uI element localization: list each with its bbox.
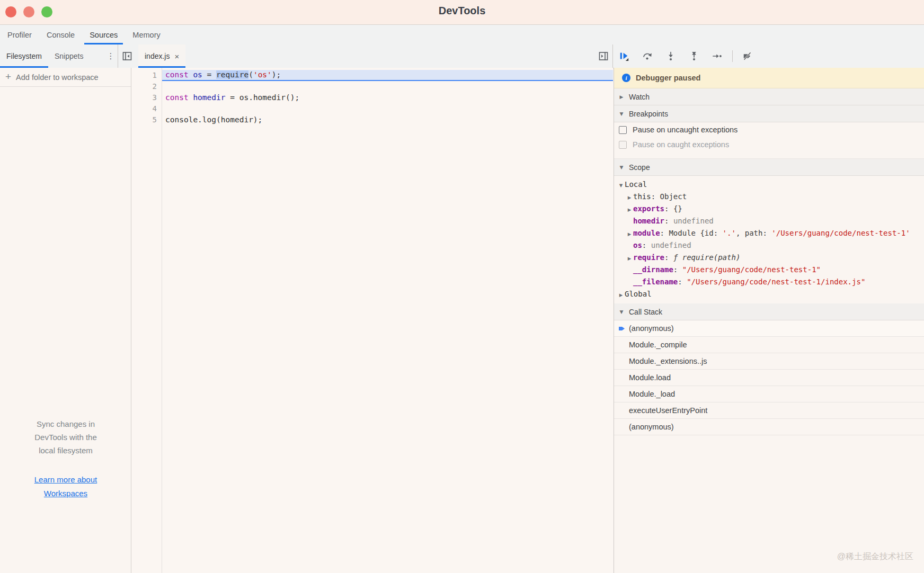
checkbox-label: Pause on uncaught exceptions bbox=[633, 126, 738, 134]
line-number[interactable]: 3 bbox=[131, 92, 162, 103]
checkbox[interactable] bbox=[619, 141, 627, 149]
scope-value: undefined bbox=[673, 217, 714, 225]
checkbox-label: Pause on caught exceptions bbox=[633, 140, 729, 149]
code-token: os bbox=[193, 70, 202, 79]
call-stack-frame[interactable]: (anonymous) bbox=[614, 419, 924, 435]
scope-row[interactable]: os: undefined bbox=[614, 239, 924, 252]
breakpoints-section-header[interactable]: ▼ Breakpoints bbox=[614, 105, 924, 122]
scope-row[interactable]: ▶exports: {} bbox=[614, 203, 924, 215]
step-out-icon[interactable] bbox=[689, 51, 699, 61]
scope-row[interactable]: ▼Local bbox=[614, 178, 924, 191]
call-stack-frame[interactable]: Module.load bbox=[614, 370, 924, 386]
line-number[interactable]: 1 bbox=[131, 70, 162, 81]
scope-value: "/Users/guang/code/nest-test-1/index.js" bbox=[687, 277, 865, 286]
code-line[interactable] bbox=[162, 81, 613, 92]
code-line[interactable]: const homedir = os.homedir(); bbox=[162, 92, 613, 103]
scope-var-name: module bbox=[633, 229, 660, 237]
chevron-right-icon[interactable]: ▶ bbox=[626, 204, 633, 215]
scope-separator: : bbox=[664, 253, 673, 262]
scope-value: {} bbox=[673, 204, 682, 213]
scope-value: '/Users/guang/code/nest-test-1' bbox=[771, 229, 910, 237]
chevron-right-icon[interactable]: ▶ bbox=[626, 228, 633, 239]
watch-section-label: Watch bbox=[629, 93, 650, 101]
scope-value: undefined bbox=[651, 241, 691, 249]
call-stack-section-header[interactable]: ▼ Call Stack bbox=[614, 303, 924, 320]
call-stack-list: (anonymous)Module._compileModule._extens… bbox=[614, 320, 924, 435]
scope-section-label: Scope bbox=[629, 163, 650, 172]
sync-text-line: Sync changes in bbox=[0, 417, 131, 431]
step-into-icon[interactable] bbox=[665, 51, 676, 61]
code-editor[interactable]: 12345 const os = require('os');const hom… bbox=[131, 68, 613, 573]
workspaces-link-line[interactable]: Learn more about bbox=[34, 475, 97, 484]
scope-value: ƒ bbox=[673, 253, 682, 262]
scope-row[interactable]: homedir: undefined bbox=[614, 215, 924, 227]
code-token: const bbox=[165, 70, 189, 79]
scope-value: "/Users/guang/code/nest-test-1" bbox=[682, 265, 821, 274]
workspaces-link-line[interactable]: Workspaces bbox=[44, 489, 87, 498]
tab-console[interactable]: Console bbox=[39, 25, 82, 44]
filesystem-sidebar: + Add folder to workspace Sync changes i… bbox=[0, 68, 131, 573]
kebab-menu-icon[interactable]: ⋮ bbox=[104, 44, 118, 68]
chevron-right-icon[interactable]: ▶ bbox=[617, 289, 625, 300]
call-stack-frame[interactable]: Module._compile bbox=[614, 337, 924, 353]
editor-tab-label: index.js bbox=[145, 52, 170, 60]
toolbar-separator bbox=[732, 50, 733, 62]
code-line[interactable]: console.log(homedir); bbox=[162, 114, 613, 126]
scope-section-header[interactable]: ▼ Scope bbox=[614, 159, 924, 176]
execution-line[interactable]: const os = require('os'); bbox=[162, 70, 613, 81]
line-number-gutter[interactable]: 12345 bbox=[131, 68, 162, 573]
scope-value: require(path) bbox=[682, 253, 741, 262]
line-number[interactable]: 5 bbox=[131, 114, 162, 126]
editor-tab-indexjs[interactable]: index.js × bbox=[138, 44, 185, 68]
call-stack-frame[interactable]: Module._load bbox=[614, 386, 924, 402]
scope-var-name: this bbox=[633, 192, 651, 201]
code-area[interactable]: const os = require('os');const homedir =… bbox=[162, 68, 613, 573]
step-icon[interactable] bbox=[712, 51, 723, 61]
scope-row[interactable]: __dirname: "/Users/guang/code/nest-test-… bbox=[614, 264, 924, 276]
call-stack-frame[interactable]: (anonymous) bbox=[614, 320, 924, 337]
tab-profiler[interactable]: Profiler bbox=[0, 25, 39, 44]
watermark-text: @稀土掘金技术社区 bbox=[837, 551, 913, 562]
chevron-right-icon[interactable]: ▶ bbox=[626, 253, 633, 264]
watch-section-header[interactable]: ▶ Watch bbox=[614, 88, 924, 105]
chevron-down-icon: ▼ bbox=[618, 111, 625, 117]
scope-value: '.' bbox=[723, 229, 736, 237]
scope-row[interactable]: ▶Global bbox=[614, 288, 924, 300]
sidebar-tab-filesystem[interactable]: Filesystem bbox=[0, 44, 48, 68]
show-debugger-sidebar-icon[interactable] bbox=[599, 51, 608, 61]
code-token: = bbox=[202, 70, 216, 79]
hide-navigator-icon[interactable] bbox=[122, 51, 132, 61]
frame-label: (anonymous) bbox=[629, 423, 674, 431]
sync-changes-text: Sync changes inDevTools with thelocal fi… bbox=[0, 417, 131, 457]
sync-text-line: local filesystem bbox=[0, 444, 131, 457]
add-folder-button[interactable]: + Add folder to workspace bbox=[0, 68, 131, 87]
line-number[interactable]: 2 bbox=[131, 81, 162, 92]
chevron-down-icon: ▼ bbox=[618, 165, 625, 170]
scope-row[interactable]: ▶this: Object bbox=[614, 191, 924, 203]
resume-script-icon[interactable] bbox=[619, 51, 629, 61]
scope-row[interactable]: ▶module: Module {id: '.', path: '/Users/… bbox=[614, 227, 924, 239]
tab-sources[interactable]: Sources bbox=[82, 25, 125, 44]
step-over-icon[interactable] bbox=[642, 51, 653, 61]
plus-icon: + bbox=[5, 71, 11, 82]
scope-value: , path: bbox=[736, 229, 771, 237]
sidebar-tab-snippets[interactable]: Snippets bbox=[48, 44, 90, 68]
scope-row[interactable]: __filename: "/Users/guang/code/nest-test… bbox=[614, 276, 924, 288]
chevron-down-icon[interactable]: ▼ bbox=[617, 180, 625, 191]
call-stack-frame[interactable]: executeUserEntryPoint bbox=[614, 402, 924, 419]
call-stack-frame[interactable]: Module._extensions..js bbox=[614, 353, 924, 370]
checkbox[interactable] bbox=[619, 126, 627, 134]
frame-label: Module._load bbox=[629, 390, 675, 398]
line-number[interactable]: 4 bbox=[131, 103, 162, 114]
deactivate-breakpoints-icon[interactable] bbox=[742, 51, 753, 61]
chevron-right-icon[interactable]: ▶ bbox=[626, 192, 633, 203]
debugger-pane: i Debugger paused ▶ Watch ▼ Breakpoints … bbox=[614, 68, 924, 573]
tab-memory[interactable]: Memory bbox=[125, 25, 167, 44]
scope-row[interactable]: ▶require: ƒ require(path) bbox=[614, 252, 924, 264]
code-line[interactable] bbox=[162, 103, 613, 114]
close-tab-icon[interactable]: × bbox=[174, 52, 179, 60]
learn-more-workspaces-link[interactable]: Learn more aboutWorkspaces bbox=[0, 473, 131, 500]
debugger-paused-text: Debugger paused bbox=[636, 74, 700, 82]
scope-var-name: __dirname bbox=[633, 265, 673, 274]
code-token: const bbox=[165, 93, 189, 102]
